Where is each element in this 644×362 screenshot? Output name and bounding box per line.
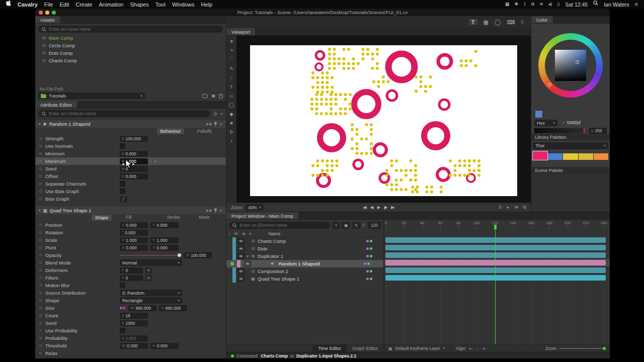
timeline-zoom-slider[interactable] — [559, 346, 606, 351]
ellipse-tool-icon[interactable]: ◯ — [229, 102, 234, 108]
alpha-slider-handle[interactable] — [584, 128, 585, 133]
zoom-slider-handle[interactable] — [603, 347, 606, 350]
menu-help[interactable]: Help — [201, 2, 213, 8]
canvas-dot-cluster[interactable] — [310, 93, 352, 115]
value-field[interactable]: ≡0 — [120, 275, 143, 281]
section-header-quad-tree-shape-1[interactable]: ▾▦Quad Tree Shape 1× — [35, 207, 226, 214]
keyboard-shortcuts-button[interactable]: ⌨ — [507, 19, 515, 26]
visibility-toggle[interactable] — [244, 260, 252, 267]
attribute-port[interactable] — [39, 269, 42, 272]
hex-value-field[interactable]: #5985bf — [561, 120, 582, 126]
attribute-port[interactable] — [39, 329, 42, 332]
menu-file[interactable]: File — [44, 2, 53, 8]
value-field[interactable]: #0.000 — [120, 173, 148, 179]
timeline-row[interactable] — [384, 266, 610, 274]
visibility-filter-icon[interactable]: ◉ — [342, 222, 350, 229]
lasso-tool-icon[interactable]: ⌒ — [229, 57, 234, 62]
element-row-duplicator-1[interactable]: ▾⧉Duplicator 1 — [226, 252, 383, 260]
attribute-port[interactable] — [39, 190, 42, 193]
visibility-toggle[interactable] — [237, 245, 245, 252]
canvas-ring-shape[interactable] — [374, 144, 386, 156]
attribute-port[interactable] — [39, 198, 42, 200]
grid-overlay-button[interactable]: ▦ — [484, 19, 489, 26]
palette-swatch[interactable] — [548, 153, 562, 160]
timeline-tracks[interactable] — [384, 229, 610, 344]
extensions-icon[interactable]: ❖ — [514, 0, 518, 9]
asset-item-main-comp[interactable]: ⊡Main Comp — [35, 34, 226, 42]
anchor-tool-icon[interactable]: + — [230, 138, 233, 144]
color-mode-select[interactable]: Hex▾ — [534, 120, 557, 126]
tab-color[interactable]: Color — [531, 16, 553, 23]
theme-toggle-button[interactable]: ☾ — [521, 19, 526, 26]
playhead[interactable] — [495, 225, 496, 344]
launchpad-icon[interactable]: ▦ — [505, 0, 510, 9]
opacity-slider[interactable] — [120, 253, 181, 258]
attribute-port[interactable] — [39, 167, 42, 170]
palette-swatch[interactable] — [579, 153, 593, 160]
menu-tool[interactable]: Tool — [155, 2, 166, 8]
palette-select[interactable]: Thor▾ — [533, 142, 608, 149]
loop-icon[interactable]: ↻ — [499, 205, 503, 210]
enabled-indicator-icon[interactable] — [230, 262, 234, 265]
canvas-dot-cluster[interactable] — [372, 75, 390, 88]
spotlight-search-icon[interactable] — [593, 0, 598, 9]
canvas-ring-shape[interactable] — [437, 168, 449, 180]
timeline-row[interactable] — [384, 244, 610, 251]
asset-folder-select[interactable]: Tutorials ▾ — [38, 93, 145, 99]
timeline-bar[interactable] — [385, 260, 606, 265]
attribute-port[interactable] — [39, 175, 42, 177]
open-folder-icon[interactable] — [202, 94, 208, 98]
tab-fill[interactable]: Fill — [126, 215, 132, 220]
attribute-port[interactable] — [39, 337, 42, 339]
value-field[interactable]: Y1.000 — [150, 237, 179, 243]
canvas-ring-shape[interactable] — [424, 124, 447, 147]
go-to-start-button[interactable]: |◀ — [363, 205, 366, 210]
tab-assets[interactable]: Assets — [35, 16, 60, 23]
align-end-icon[interactable]: ⇥ — [481, 346, 485, 351]
hue-indicator[interactable] — [548, 83, 551, 86]
layer-color-swatch[interactable] — [232, 252, 236, 260]
rotate-tool-icon[interactable]: ↻ — [229, 129, 233, 135]
text-tool-icon[interactable]: T — [230, 84, 233, 89]
attribute-port[interactable] — [39, 344, 42, 347]
timeline-bar[interactable] — [385, 245, 606, 250]
lock-column-icon[interactable]: ▪ — [229, 232, 230, 235]
render-column-icon[interactable]: ➤ — [249, 232, 252, 236]
checkbox[interactable] — [120, 181, 125, 187]
tab-stroke[interactable]: Stroke — [167, 215, 180, 220]
battery-icon[interactable]: ▯ — [557, 0, 559, 9]
canvas-ring-shape[interactable] — [320, 126, 343, 149]
control-center-icon[interactable]: ≡ — [635, 0, 638, 9]
bias-graph-button[interactable]: ╱ — [120, 196, 127, 202]
checkbox[interactable] — [120, 189, 125, 194]
canvas-dot-cluster[interactable] — [328, 48, 379, 70]
attribute-port[interactable] — [39, 137, 42, 140]
direct-select-tool-icon[interactable]: ➢ — [229, 48, 233, 53]
save-package-icon[interactable]: ▣ — [211, 94, 215, 98]
asset-item-charts-comp[interactable]: ⊡Charts Comp — [35, 57, 226, 64]
sv-indicator[interactable] — [576, 60, 579, 64]
checkbox[interactable] — [120, 143, 125, 149]
polygon-tool-icon[interactable]: ◆ — [229, 111, 233, 117]
alpha-field[interactable]: A255 — [589, 128, 607, 134]
canvas-ring-shape[interactable] — [439, 100, 449, 110]
menu-create[interactable]: Create — [75, 2, 92, 8]
playhead-handle[interactable] — [494, 225, 497, 229]
attribute-port[interactable] — [39, 145, 42, 147]
collapse-icon[interactable]: ▾ — [39, 209, 41, 213]
menu-windows[interactable]: Windows — [172, 2, 195, 8]
attribute-port[interactable] — [39, 261, 42, 264]
dropdown-shape[interactable]: Rectangle▾ — [120, 297, 182, 304]
pen-tool-icon[interactable]: ✎ — [229, 66, 233, 71]
fit-view-icon[interactable]: ⧉ — [523, 205, 526, 210]
pin-icon[interactable] — [214, 208, 217, 213]
timeline-row[interactable] — [384, 251, 610, 259]
layer-color-swatch[interactable] — [232, 237, 236, 245]
value-field[interactable]: %100.000 — [184, 252, 212, 258]
scene-canvas[interactable] — [250, 45, 517, 196]
tab-project-window[interactable]: Project Window - Main Comp — [226, 212, 298, 219]
step-back-button[interactable]: ◀| — [370, 205, 373, 210]
attribute-port[interactable] — [39, 322, 42, 324]
canvas-ring-shape[interactable] — [438, 55, 451, 68]
attribute-port[interactable] — [39, 277, 42, 279]
